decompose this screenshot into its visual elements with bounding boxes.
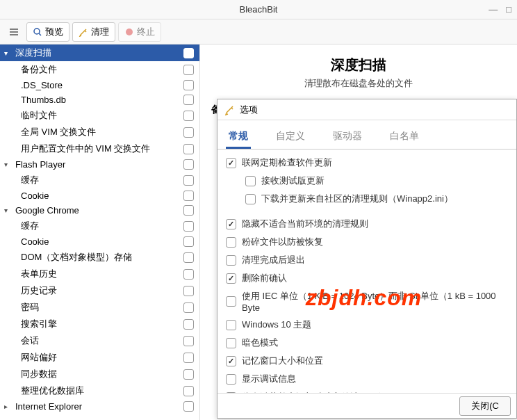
- maximize-button[interactable]: □: [506, 4, 511, 15]
- option-row[interactable]: 显示调试信息: [226, 370, 508, 388]
- option-label: 记忆窗口大小和位置: [242, 355, 323, 367]
- search-icon: [33, 27, 42, 37]
- tree-item-label: Cookie: [21, 236, 49, 247]
- checkbox[interactable]: [183, 159, 194, 170]
- tree-item-label: Thumbs.db: [21, 95, 66, 105]
- tree-group[interactable]: ▾深度扫描: [0, 45, 199, 61]
- tree-item[interactable]: 备份文件: [0, 61, 199, 78]
- tree-item[interactable]: Thumbs.db: [0, 92, 199, 107]
- tree-item[interactable]: 临时文件: [0, 107, 199, 124]
- checkbox[interactable]: [183, 269, 194, 280]
- tree-item[interactable]: 缓存: [0, 218, 199, 234]
- minimize-button[interactable]: —: [489, 4, 498, 15]
- options-dialog: 选项 常规自定义驱动器白名单 联网定期检查软件更新接收测试版更新下载并更新来自社…: [217, 99, 517, 419]
- checkbox[interactable]: [183, 175, 194, 186]
- tree-group-label: 深度扫描: [15, 47, 51, 59]
- option-row[interactable]: 清理完成后退出: [226, 251, 508, 269]
- checkbox[interactable]: [183, 286, 194, 296]
- tree-item-label: .DS_Store: [21, 80, 63, 90]
- tree-item[interactable]: .DS_Store: [0, 78, 199, 92]
- checkbox[interactable]: [183, 221, 194, 232]
- checkbox[interactable]: [183, 80, 194, 90]
- checkbox[interactable]: [226, 273, 236, 284]
- tree-group[interactable]: ▾Flash Player: [0, 157, 199, 172]
- preview-button[interactable]: 预览: [26, 22, 69, 42]
- checkbox[interactable]: [183, 252, 194, 263]
- tree-item[interactable]: 表单历史: [0, 266, 199, 282]
- option-row[interactable]: 联网定期检查软件更新: [226, 154, 508, 172]
- tree-item[interactable]: 用户配置文件中的 VIM 交换文件: [0, 140, 199, 157]
- tree-item[interactable]: 同步数据: [0, 366, 199, 382]
- tree-item[interactable]: 历史记录: [0, 282, 199, 299]
- checkbox[interactable]: [226, 237, 236, 248]
- content-title: 深度扫描: [211, 56, 506, 74]
- option-row[interactable]: 往右键菜单中添加粉碎文件选项（仅 KDE Plasma）: [226, 388, 508, 393]
- checkbox[interactable]: [183, 319, 194, 330]
- menu-icon[interactable]: [4, 22, 24, 42]
- checkbox[interactable]: [183, 144, 194, 154]
- tree-item-label: 用户配置文件中的 VIM 交换文件: [21, 143, 150, 155]
- option-row[interactable]: 记忆窗口大小和位置: [226, 352, 508, 370]
- checkbox[interactable]: [226, 356, 236, 366]
- checkbox[interactable]: [183, 111, 194, 121]
- checkbox[interactable]: [226, 219, 236, 229]
- checkbox[interactable]: [226, 374, 236, 385]
- checkbox[interactable]: [183, 401, 194, 412]
- option-row[interactable]: 使用 IEC 单位（1 KiB = 1024 Byte）而非 SI 单位（1 k…: [226, 287, 508, 316]
- dialog-close-button[interactable]: 关闭(C: [459, 396, 511, 416]
- tree-item[interactable]: DOM（文档对象模型）存储: [0, 249, 199, 266]
- dialog-tab[interactable]: 自定义: [273, 126, 308, 149]
- checkbox[interactable]: [183, 336, 194, 346]
- checkbox[interactable]: [183, 95, 194, 105]
- checkbox[interactable]: [183, 48, 194, 58]
- tree-item[interactable]: 整理优化数据库: [0, 382, 199, 399]
- checkbox[interactable]: [183, 353, 194, 363]
- tree-item[interactable]: Cookie: [0, 188, 199, 203]
- tree-item[interactable]: 搜索引擎: [0, 316, 199, 332]
- checkbox[interactable]: [226, 255, 236, 266]
- tree-item-label: 临时文件: [21, 109, 57, 122]
- checkbox[interactable]: [245, 176, 256, 186]
- option-row[interactable]: Windows 10 主题: [226, 316, 508, 334]
- option-row[interactable]: 删除前确认: [226, 269, 508, 287]
- tree-item-label: Cookie: [21, 191, 49, 201]
- tree-group[interactable]: ▸Internet Explorer: [0, 399, 199, 414]
- option-row[interactable]: 下载并更新来自社区的清理规则（Winapp2.ini）: [226, 190, 508, 208]
- option-row[interactable]: 粉碎文件以防被恢复: [226, 233, 508, 251]
- dialog-tab[interactable]: 白名单: [387, 126, 422, 149]
- option-row[interactable]: 暗色模式: [226, 334, 508, 352]
- checkbox[interactable]: [183, 205, 194, 216]
- checkbox[interactable]: [245, 194, 256, 204]
- checkbox[interactable]: [183, 65, 194, 75]
- broom-icon: [79, 27, 88, 37]
- tree-group[interactable]: ▾Google Chrome: [0, 203, 199, 218]
- tree-item-label: 历史记录: [21, 284, 57, 297]
- checkbox[interactable]: [226, 296, 236, 307]
- tree-item[interactable]: 会话: [0, 332, 199, 349]
- clean-button[interactable]: 清理: [72, 22, 115, 42]
- option-row[interactable]: 接收测试版更新: [226, 172, 508, 190]
- tree-item[interactable]: Cookie: [0, 234, 199, 249]
- checkbox[interactable]: [183, 127, 194, 138]
- checkbox[interactable]: [183, 369, 194, 380]
- dialog-tab[interactable]: 常规: [226, 126, 251, 149]
- tree-item[interactable]: 网站偏好: [0, 349, 199, 366]
- checkbox[interactable]: [183, 236, 194, 247]
- dialog-footer: 关闭(C: [218, 393, 516, 418]
- checkbox[interactable]: [183, 302, 194, 313]
- dialog-title: 选项: [240, 104, 258, 116]
- tree-item-label: 会话: [21, 334, 39, 347]
- tree-item[interactable]: 缓存: [0, 172, 199, 188]
- checkbox[interactable]: [226, 320, 236, 330]
- checkbox[interactable]: [183, 386, 194, 396]
- tree-item[interactable]: 全局 VIM 交换文件: [0, 124, 199, 140]
- tree-item[interactable]: 密码: [0, 299, 199, 316]
- dialog-tab[interactable]: 驱动器: [330, 126, 365, 149]
- checkbox[interactable]: [226, 338, 236, 348]
- checkbox[interactable]: [183, 191, 194, 201]
- option-row[interactable]: 隐藏不适合当前环境的清理规则: [226, 215, 508, 233]
- stop-label: 终止: [137, 26, 155, 38]
- toolbar: 预览 清理 终止: [0, 19, 517, 45]
- stop-button[interactable]: 终止: [118, 22, 161, 42]
- checkbox[interactable]: [226, 158, 236, 168]
